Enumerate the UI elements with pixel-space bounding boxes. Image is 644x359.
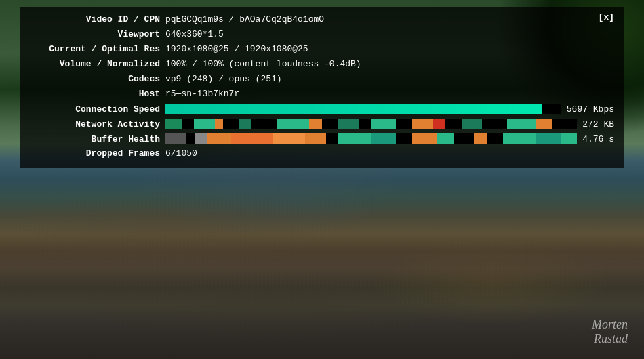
viewport-value: 640x360*1.5 [165, 27, 224, 42]
net-seg-21 [536, 119, 552, 129]
connection-speed-bar [165, 104, 561, 114]
codecs-row: Codecs vp9 (248) / opus (251) [30, 72, 614, 87]
watermark: Morten Rustad [592, 318, 628, 347]
net-seg-9 [309, 119, 321, 129]
buffer-health-label: Buffer Health [30, 134, 165, 144]
net-seg-10 [322, 119, 338, 129]
net-seg-5 [223, 119, 239, 129]
video-id-row: Video ID / CPN pqEGCQq1m9s / bAOa7Cq2qB4… [30, 12, 614, 27]
connection-speed-fill [165, 104, 542, 114]
net-seg-15 [412, 119, 432, 129]
net-seg-8 [277, 119, 310, 129]
buf-seg-12 [412, 133, 437, 144]
net-seg-22 [552, 119, 577, 129]
net-seg-20 [507, 119, 536, 129]
host-value: r5—sn-i3b7kn7r [165, 87, 239, 102]
network-activity-fill [165, 119, 577, 129]
buffer-health-fill [165, 133, 577, 144]
buf-seg-5 [231, 133, 273, 144]
codecs-label: Codecs [30, 72, 165, 87]
resolution-label: Current / Optimal Res [30, 42, 165, 57]
network-activity-label: Network Activity [30, 119, 165, 129]
net-seg-6 [239, 119, 251, 129]
net-seg-4 [215, 119, 223, 129]
net-seg-1 [165, 119, 182, 129]
viewport-label: Viewport [30, 27, 165, 42]
buf-seg-4 [207, 133, 231, 144]
net-seg-11 [338, 119, 359, 129]
video-id-value: pqEGCQq1m9s / bAOa7Cq2qB4o1omO [165, 12, 324, 27]
video-id-label: Video ID / CPN [30, 12, 165, 27]
net-seg-13 [371, 119, 396, 129]
buf-seg-2 [186, 133, 194, 144]
buf-seg-17 [503, 133, 536, 144]
watermark-line2: Rustad [592, 332, 628, 347]
network-activity-value: 272 KB [582, 119, 614, 129]
net-seg-18 [462, 119, 482, 129]
volume-row: Volume / Normalized 100% / 100% (content… [30, 57, 614, 72]
buf-seg-10 [371, 133, 396, 144]
resolution-value: 1920x1080@25 / 1920x1080@25 [165, 42, 308, 57]
buf-seg-11 [396, 133, 412, 144]
codecs-value: vp9 (248) / opus (251) [165, 72, 282, 87]
watermark-line1: Morten [592, 318, 628, 333]
net-seg-17 [445, 119, 462, 129]
net-seg-16 [433, 119, 445, 129]
host-label: Host [30, 87, 165, 102]
buffer-health-row: Buffer Health [30, 131, 614, 146]
host-row: Host r5—sn-i3b7kn7r [30, 87, 614, 102]
network-activity-bar [165, 119, 577, 129]
buf-seg-6 [273, 133, 306, 144]
buf-seg-1 [165, 133, 186, 144]
network-activity-row: Network Activity [30, 117, 614, 131]
net-seg-3 [194, 119, 214, 129]
buf-seg-7 [305, 133, 325, 144]
buf-seg-18 [536, 133, 560, 144]
dropped-frames-label: Dropped Frames [30, 146, 165, 161]
viewport-row: Viewport 640x360*1.5 [30, 27, 614, 42]
buf-seg-13 [437, 133, 454, 144]
connection-speed-label: Connection Speed [30, 104, 165, 114]
net-seg-7 [251, 119, 276, 129]
bg-blob-5 [68, 271, 475, 339]
stats-overlay: [x] Video ID / CPN pqEGCQq1m9s / bAOa7Cq… [20, 7, 624, 168]
buf-seg-9 [338, 133, 371, 144]
buf-seg-3 [195, 133, 207, 144]
volume-label: Volume / Normalized [30, 57, 165, 72]
bg-blob-3 [0, 190, 339, 271]
connection-speed-value: 5697 Kbps [567, 104, 614, 114]
resolution-row: Current / Optimal Res 1920x1080@25 / 192… [30, 42, 614, 57]
connection-speed-row: Connection Speed 5697 Kbps [30, 102, 614, 117]
dropped-frames-row: Dropped Frames 6/1050 [30, 146, 614, 161]
buf-seg-14 [454, 133, 474, 144]
buf-seg-15 [474, 133, 486, 144]
buffer-health-value: 4.76 s [582, 134, 614, 144]
net-seg-14 [396, 119, 412, 129]
close-button[interactable]: [x] [599, 12, 614, 22]
volume-value: 100% / 100% (content loudness -0.4dB) [165, 57, 361, 72]
net-seg-2 [182, 119, 194, 129]
dropped-frames-value: 6/1050 [165, 146, 197, 161]
buf-seg-19 [561, 133, 577, 144]
net-seg-19 [482, 119, 506, 129]
net-seg-12 [359, 119, 371, 129]
buf-seg-16 [487, 133, 503, 144]
buf-seg-8 [326, 133, 338, 144]
buffer-health-bar [165, 133, 577, 144]
